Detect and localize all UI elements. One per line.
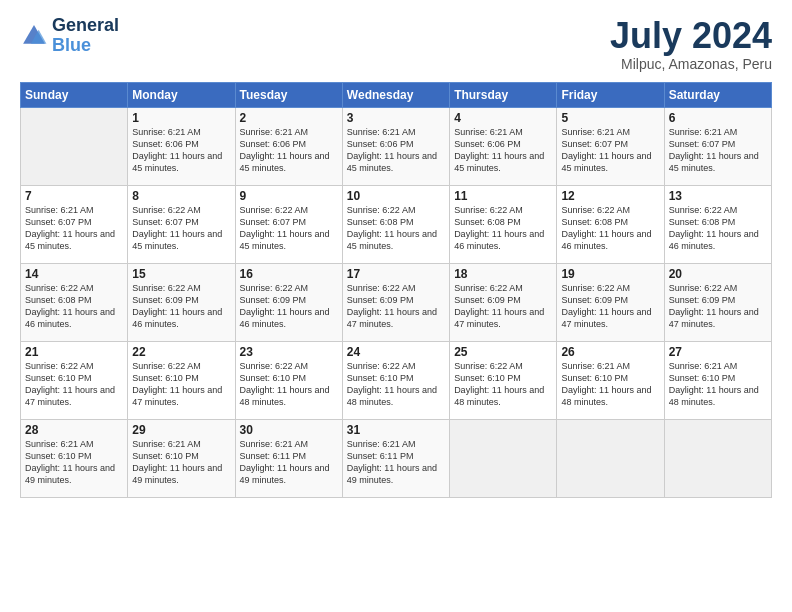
- day-info: Sunrise: 6:21 AMSunset: 6:11 PMDaylight:…: [347, 438, 445, 487]
- day-info: Sunrise: 6:22 AMSunset: 6:09 PMDaylight:…: [347, 282, 445, 331]
- day-number: 25: [454, 345, 552, 359]
- calendar-cell: 17Sunrise: 6:22 AMSunset: 6:09 PMDayligh…: [342, 263, 449, 341]
- week-row-0: 1Sunrise: 6:21 AMSunset: 6:06 PMDaylight…: [21, 107, 772, 185]
- day-number: 12: [561, 189, 659, 203]
- day-info: Sunrise: 6:22 AMSunset: 6:09 PMDaylight:…: [561, 282, 659, 331]
- calendar-cell: 21Sunrise: 6:22 AMSunset: 6:10 PMDayligh…: [21, 341, 128, 419]
- calendar-cell: 1Sunrise: 6:21 AMSunset: 6:06 PMDaylight…: [128, 107, 235, 185]
- day-number: 27: [669, 345, 767, 359]
- day-info: Sunrise: 6:22 AMSunset: 6:09 PMDaylight:…: [240, 282, 338, 331]
- day-info: Sunrise: 6:22 AMSunset: 6:08 PMDaylight:…: [561, 204, 659, 253]
- day-number: 6: [669, 111, 767, 125]
- day-number: 11: [454, 189, 552, 203]
- week-row-2: 14Sunrise: 6:22 AMSunset: 6:08 PMDayligh…: [21, 263, 772, 341]
- calendar-cell: [557, 419, 664, 497]
- calendar-cell: 25Sunrise: 6:22 AMSunset: 6:10 PMDayligh…: [450, 341, 557, 419]
- day-number: 21: [25, 345, 123, 359]
- day-info: Sunrise: 6:21 AMSunset: 6:06 PMDaylight:…: [347, 126, 445, 175]
- day-info: Sunrise: 6:21 AMSunset: 6:10 PMDaylight:…: [561, 360, 659, 409]
- day-number: 30: [240, 423, 338, 437]
- calendar-cell: 11Sunrise: 6:22 AMSunset: 6:08 PMDayligh…: [450, 185, 557, 263]
- day-info: Sunrise: 6:21 AMSunset: 6:10 PMDaylight:…: [669, 360, 767, 409]
- month-title: July 2024: [610, 16, 772, 56]
- calendar-cell: 3Sunrise: 6:21 AMSunset: 6:06 PMDaylight…: [342, 107, 449, 185]
- calendar-header-row: SundayMondayTuesdayWednesdayThursdayFrid…: [21, 82, 772, 107]
- calendar-cell: 27Sunrise: 6:21 AMSunset: 6:10 PMDayligh…: [664, 341, 771, 419]
- day-info: Sunrise: 6:21 AMSunset: 6:07 PMDaylight:…: [561, 126, 659, 175]
- calendar-cell: 31Sunrise: 6:21 AMSunset: 6:11 PMDayligh…: [342, 419, 449, 497]
- day-number: 5: [561, 111, 659, 125]
- calendar-cell: 6Sunrise: 6:21 AMSunset: 6:07 PMDaylight…: [664, 107, 771, 185]
- calendar-cell: 8Sunrise: 6:22 AMSunset: 6:07 PMDaylight…: [128, 185, 235, 263]
- calendar-cell: [21, 107, 128, 185]
- day-number: 9: [240, 189, 338, 203]
- col-header-saturday: Saturday: [664, 82, 771, 107]
- col-header-monday: Monday: [128, 82, 235, 107]
- day-number: 13: [669, 189, 767, 203]
- calendar-cell: [664, 419, 771, 497]
- calendar-cell: [450, 419, 557, 497]
- day-info: Sunrise: 6:22 AMSunset: 6:09 PMDaylight:…: [669, 282, 767, 331]
- calendar-cell: 4Sunrise: 6:21 AMSunset: 6:06 PMDaylight…: [450, 107, 557, 185]
- day-number: 22: [132, 345, 230, 359]
- col-header-sunday: Sunday: [21, 82, 128, 107]
- day-number: 29: [132, 423, 230, 437]
- day-number: 18: [454, 267, 552, 281]
- day-number: 8: [132, 189, 230, 203]
- day-number: 1: [132, 111, 230, 125]
- day-number: 31: [347, 423, 445, 437]
- day-number: 2: [240, 111, 338, 125]
- col-header-wednesday: Wednesday: [342, 82, 449, 107]
- col-header-tuesday: Tuesday: [235, 82, 342, 107]
- calendar-cell: 13Sunrise: 6:22 AMSunset: 6:08 PMDayligh…: [664, 185, 771, 263]
- calendar-cell: 2Sunrise: 6:21 AMSunset: 6:06 PMDaylight…: [235, 107, 342, 185]
- week-row-4: 28Sunrise: 6:21 AMSunset: 6:10 PMDayligh…: [21, 419, 772, 497]
- calendar-cell: 16Sunrise: 6:22 AMSunset: 6:09 PMDayligh…: [235, 263, 342, 341]
- day-info: Sunrise: 6:21 AMSunset: 6:07 PMDaylight:…: [25, 204, 123, 253]
- day-info: Sunrise: 6:22 AMSunset: 6:10 PMDaylight:…: [132, 360, 230, 409]
- day-number: 14: [25, 267, 123, 281]
- day-number: 24: [347, 345, 445, 359]
- col-header-friday: Friday: [557, 82, 664, 107]
- day-info: Sunrise: 6:22 AMSunset: 6:10 PMDaylight:…: [240, 360, 338, 409]
- calendar-cell: 29Sunrise: 6:21 AMSunset: 6:10 PMDayligh…: [128, 419, 235, 497]
- day-number: 3: [347, 111, 445, 125]
- calendar-cell: 10Sunrise: 6:22 AMSunset: 6:08 PMDayligh…: [342, 185, 449, 263]
- day-info: Sunrise: 6:22 AMSunset: 6:10 PMDaylight:…: [454, 360, 552, 409]
- location-title: Milpuc, Amazonas, Peru: [610, 56, 772, 72]
- calendar-cell: 24Sunrise: 6:22 AMSunset: 6:10 PMDayligh…: [342, 341, 449, 419]
- day-info: Sunrise: 6:22 AMSunset: 6:07 PMDaylight:…: [132, 204, 230, 253]
- day-number: 4: [454, 111, 552, 125]
- day-info: Sunrise: 6:22 AMSunset: 6:08 PMDaylight:…: [669, 204, 767, 253]
- calendar-cell: 12Sunrise: 6:22 AMSunset: 6:08 PMDayligh…: [557, 185, 664, 263]
- calendar-cell: 18Sunrise: 6:22 AMSunset: 6:09 PMDayligh…: [450, 263, 557, 341]
- title-block: July 2024 Milpuc, Amazonas, Peru: [610, 16, 772, 72]
- day-info: Sunrise: 6:21 AMSunset: 6:10 PMDaylight:…: [132, 438, 230, 487]
- calendar-cell: 9Sunrise: 6:22 AMSunset: 6:07 PMDaylight…: [235, 185, 342, 263]
- day-info: Sunrise: 6:22 AMSunset: 6:09 PMDaylight:…: [454, 282, 552, 331]
- week-row-1: 7Sunrise: 6:21 AMSunset: 6:07 PMDaylight…: [21, 185, 772, 263]
- calendar-cell: 20Sunrise: 6:22 AMSunset: 6:09 PMDayligh…: [664, 263, 771, 341]
- day-info: Sunrise: 6:22 AMSunset: 6:08 PMDaylight:…: [25, 282, 123, 331]
- day-info: Sunrise: 6:22 AMSunset: 6:10 PMDaylight:…: [25, 360, 123, 409]
- day-number: 26: [561, 345, 659, 359]
- calendar-cell: 5Sunrise: 6:21 AMSunset: 6:07 PMDaylight…: [557, 107, 664, 185]
- day-number: 7: [25, 189, 123, 203]
- day-info: Sunrise: 6:21 AMSunset: 6:06 PMDaylight:…: [240, 126, 338, 175]
- calendar-cell: 7Sunrise: 6:21 AMSunset: 6:07 PMDaylight…: [21, 185, 128, 263]
- day-number: 17: [347, 267, 445, 281]
- day-info: Sunrise: 6:21 AMSunset: 6:11 PMDaylight:…: [240, 438, 338, 487]
- calendar-cell: 19Sunrise: 6:22 AMSunset: 6:09 PMDayligh…: [557, 263, 664, 341]
- day-number: 15: [132, 267, 230, 281]
- logo: General Blue: [20, 16, 119, 56]
- calendar-cell: 26Sunrise: 6:21 AMSunset: 6:10 PMDayligh…: [557, 341, 664, 419]
- day-info: Sunrise: 6:21 AMSunset: 6:06 PMDaylight:…: [132, 126, 230, 175]
- logo-text: General Blue: [52, 16, 119, 56]
- day-info: Sunrise: 6:22 AMSunset: 6:07 PMDaylight:…: [240, 204, 338, 253]
- day-info: Sunrise: 6:21 AMSunset: 6:06 PMDaylight:…: [454, 126, 552, 175]
- header: General Blue July 2024 Milpuc, Amazonas,…: [20, 16, 772, 72]
- day-info: Sunrise: 6:21 AMSunset: 6:10 PMDaylight:…: [25, 438, 123, 487]
- calendar-cell: 28Sunrise: 6:21 AMSunset: 6:10 PMDayligh…: [21, 419, 128, 497]
- calendar-cell: 23Sunrise: 6:22 AMSunset: 6:10 PMDayligh…: [235, 341, 342, 419]
- day-number: 20: [669, 267, 767, 281]
